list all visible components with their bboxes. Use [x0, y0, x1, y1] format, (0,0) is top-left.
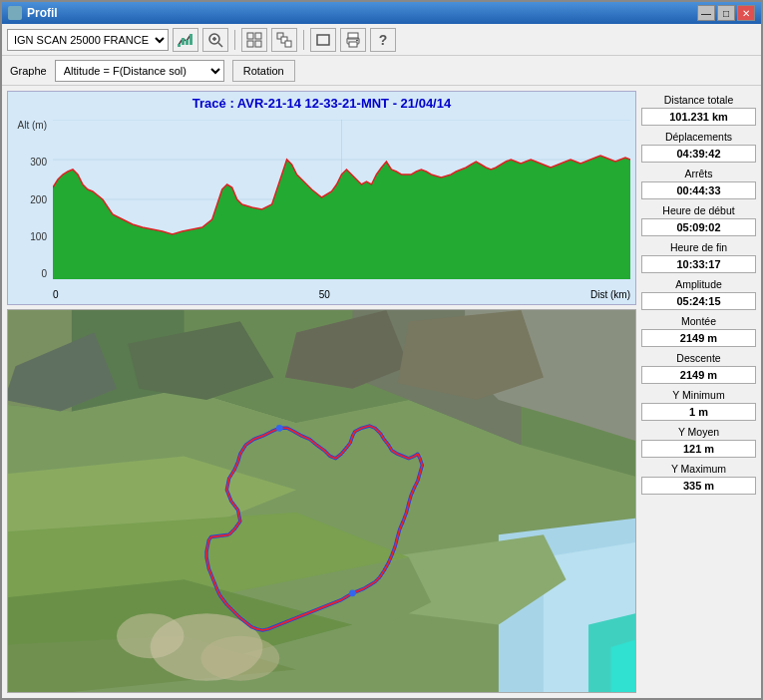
descente-label: Descente	[641, 352, 756, 364]
svg-rect-0	[178, 44, 181, 47]
svg-line-5	[218, 43, 222, 47]
title-controls: — □ ✕	[697, 5, 755, 21]
amplitude-value: 05:24:15	[641, 292, 756, 310]
title-bar: Profil — □ ✕	[2, 2, 761, 24]
svg-rect-11	[255, 41, 261, 47]
descente-value: 2149 m	[641, 366, 756, 384]
y-maximum-value: 335 m	[641, 477, 756, 495]
graph-toolbar: Graphe Altitude = F(Distance sol)Vitesse…	[2, 56, 761, 86]
svg-rect-8	[247, 33, 253, 39]
layers-button[interactable]	[271, 28, 297, 52]
main-toolbar: IGN SCAN 25000 FRANCE	[2, 24, 761, 56]
y-maximum-label: Y Maximum	[641, 463, 756, 475]
y-tick-300: 300	[30, 157, 47, 168]
svg-rect-10	[247, 41, 253, 47]
window-title: Profil	[27, 6, 58, 20]
heure-debut-label: Heure de début	[641, 204, 756, 216]
svg-point-53	[276, 425, 283, 432]
svg-rect-19	[356, 40, 358, 41]
distance-totale-value: 101.231 km	[641, 108, 756, 126]
separator-2	[303, 30, 304, 50]
chart-inner	[53, 120, 630, 279]
zoom-button[interactable]	[202, 28, 228, 52]
graph-type-select[interactable]: Altitude = F(Distance sol)Vitesse = F(Di…	[55, 60, 224, 82]
y-minimum-label: Y Minimum	[641, 389, 756, 401]
montee-label: Montée	[641, 315, 756, 327]
amplitude-label: Amplitude	[641, 278, 756, 290]
y-axis-label: Alt (m)	[18, 120, 47, 131]
stats-panel: Distance totale 101.231 km Déplacements …	[641, 86, 761, 698]
svg-rect-1	[182, 38, 185, 45]
montee-value: 2149 m	[641, 329, 756, 347]
arrets-value: 00:44:33	[641, 181, 756, 199]
app-icon	[8, 6, 22, 20]
map-area[interactable]	[7, 309, 636, 693]
arrets-label: Arrêts	[641, 168, 756, 179]
svg-point-52	[349, 589, 356, 596]
rotation-button[interactable]: Rotation	[232, 60, 295, 82]
heure-fin-value: 10:33:17	[641, 255, 756, 273]
chart-title: Tracé : AVR-21-14 12-33-21-MNT - 21/04/1…	[8, 92, 635, 113]
minimize-button[interactable]: —	[697, 5, 715, 21]
svg-rect-3	[190, 34, 192, 45]
maximize-button[interactable]: □	[717, 5, 735, 21]
svg-rect-2	[186, 40, 189, 45]
grid-button[interactable]	[241, 28, 267, 52]
y-axis-ticks: Alt (m) 300 200 100 0	[8, 120, 50, 279]
deplacements-label: Déplacements	[641, 131, 756, 143]
main-window: Profil — □ ✕ IGN SCAN 25000 FRANCE	[0, 0, 763, 700]
close-button[interactable]: ✕	[737, 5, 755, 21]
title-bar-left: Profil	[8, 6, 58, 20]
x-axis: 0 50 Dist (km)	[53, 289, 630, 300]
y-tick-200: 200	[30, 194, 47, 205]
heure-fin-label: Heure de fin	[641, 241, 756, 253]
svg-point-51	[200, 636, 279, 681]
y-tick-100: 100	[30, 231, 47, 242]
y-moyen-value: 121 m	[641, 440, 756, 458]
svg-rect-15	[317, 35, 329, 45]
separator-1	[234, 30, 235, 50]
svg-point-50	[117, 613, 185, 658]
svg-rect-18	[349, 42, 357, 47]
print-button[interactable]	[340, 28, 366, 52]
x-tick-0: 0	[53, 289, 59, 300]
chart-svg	[53, 120, 630, 279]
heure-debut-value: 05:09:02	[641, 218, 756, 236]
chart-area: Tracé : AVR-21-14 12-33-21-MNT - 21/04/1…	[7, 91, 636, 305]
map-svg	[8, 310, 635, 692]
svg-rect-14	[285, 41, 291, 47]
x-tick-50: 50	[319, 289, 330, 300]
y-tick-0: 0	[41, 268, 47, 279]
map-source-select[interactable]: IGN SCAN 25000 FRANCE	[7, 29, 169, 51]
main-content: Tracé : AVR-21-14 12-33-21-MNT - 21/04/1…	[2, 86, 761, 698]
square-button[interactable]	[310, 28, 336, 52]
help-button[interactable]: ?	[370, 28, 396, 52]
graphe-label: Graphe	[10, 65, 47, 77]
distance-totale-label: Distance totale	[641, 94, 756, 106]
x-axis-dist-label: Dist (km)	[590, 289, 630, 300]
y-moyen-label: Y Moyen	[641, 426, 756, 438]
deplacements-value: 04:39:42	[641, 145, 756, 163]
chart-button[interactable]	[173, 28, 198, 52]
svg-rect-9	[255, 33, 261, 39]
y-minimum-value: 1 m	[641, 403, 756, 421]
left-panel: Tracé : AVR-21-14 12-33-21-MNT - 21/04/1…	[2, 86, 641, 698]
